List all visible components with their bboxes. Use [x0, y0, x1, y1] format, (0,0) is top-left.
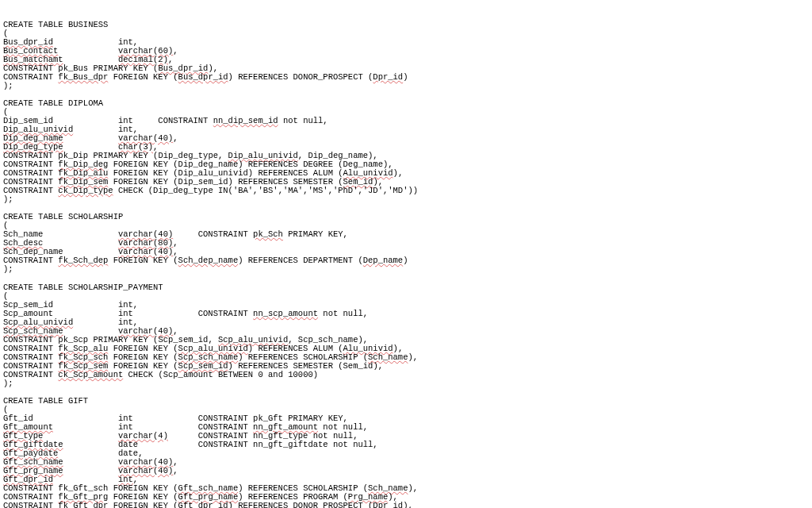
- sql-block: CREATE TABLE BUSINESS ( Bus_dpr_id int, …: [3, 20, 418, 508]
